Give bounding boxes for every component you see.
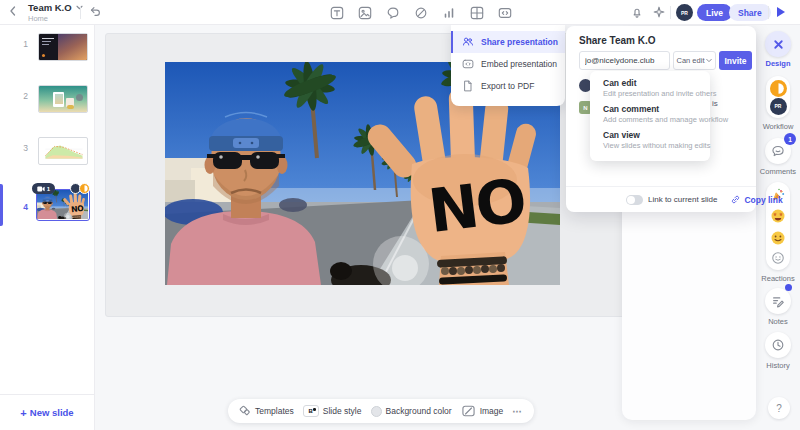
insert-toolbar <box>328 4 513 21</box>
help-button[interactable]: ? <box>768 397 790 419</box>
plus-icon: + <box>20 407 26 419</box>
image-icon <box>358 6 372 20</box>
permission-option-can-view[interactable]: Can view View slides without making edit… <box>603 130 710 150</box>
slide-selection-indicator <box>0 184 3 226</box>
photo-mini <box>37 190 88 219</box>
invite-email-input[interactable] <box>579 51 670 70</box>
workflow-button[interactable]: PR <box>766 76 790 118</box>
templates-button[interactable]: Templates <box>239 405 294 417</box>
comments-count-badge: 1 <box>784 133 796 145</box>
menu-item-embed-presentation[interactable]: Embed presentation <box>451 53 565 75</box>
permission-option-can-edit[interactable]: Can edit Edit presentation and invite ot… <box>603 78 710 98</box>
reactions-label: Reactions <box>756 274 800 283</box>
embed-icon <box>462 58 474 70</box>
notes-icon <box>771 294 785 308</box>
slide-style-swatch: B <box>303 405 319 417</box>
workflow-label: Workflow <box>756 122 800 131</box>
sparkle-icon <box>652 5 666 19</box>
slide-status-badge[interactable] <box>68 183 92 194</box>
notes-label: Notes <box>756 317 800 326</box>
invite-button[interactable]: Invite <box>719 51 752 70</box>
comments-label: Comments <box>756 167 800 176</box>
camera-icon <box>37 186 45 192</box>
top-bar: Team K.O Home <box>0 0 800 25</box>
add-reaction-icon <box>771 251 785 265</box>
slide-number: 4 <box>12 202 28 212</box>
permission-select[interactable]: Can edit <box>673 51 716 70</box>
background-color-swatch <box>371 406 382 417</box>
shape-tool-button[interactable] <box>412 4 429 21</box>
image-frame-icon <box>461 405 476 417</box>
share-dropdown-menu: Share presentation Embed presentation Ex… <box>451 25 565 106</box>
new-slide-button[interactable]: + New slide <box>0 394 94 430</box>
image-tool-button[interactable] <box>356 4 373 21</box>
slide-number: 2 <box>12 91 28 101</box>
sticker-tool-button[interactable] <box>384 4 401 21</box>
menu-item-export-pdf[interactable]: Export to PDF <box>451 75 565 97</box>
divider <box>80 6 81 19</box>
back-button[interactable] <box>9 6 17 16</box>
background-color-button[interactable]: Background color <box>371 406 452 417</box>
workflow-avatar: PR <box>770 98 787 115</box>
copy-link-button[interactable]: Copy link <box>730 194 782 205</box>
history-label: History <box>756 361 800 370</box>
smiley-emoji <box>770 230 786 246</box>
embed-icon <box>498 6 512 20</box>
comment-bubble-icon <box>771 144 785 158</box>
slide-number: 1 <box>12 39 28 49</box>
slide-thumbnail-2[interactable] <box>38 85 88 113</box>
link-to-slide-toggle[interactable] <box>626 195 643 205</box>
share-button[interactable]: Share <box>729 4 771 21</box>
present-play-button[interactable] <box>777 7 785 17</box>
link-toggle-label: Link to current slide <box>648 195 717 204</box>
text-tool-button[interactable] <box>328 4 345 21</box>
bell-icon <box>630 5 644 19</box>
history-clock-icon <box>771 338 785 352</box>
document-title-block[interactable]: Team K.O Home <box>28 3 83 22</box>
share-modal-title: Share Team K.O <box>579 35 656 46</box>
more-options-button[interactable]: ⋯ <box>512 406 523 417</box>
slide-style-toolbar: Templates B Slide style Background color… <box>228 399 534 423</box>
permission-dropdown: Can edit Edit presentation and invite ot… <box>590 71 710 161</box>
undo-button[interactable] <box>88 4 102 18</box>
mini-area-chart <box>39 138 87 164</box>
embed-tool-button[interactable] <box>496 4 513 21</box>
slide-number: 3 <box>12 143 28 153</box>
live-button[interactable]: Live <box>697 4 732 21</box>
people-icon <box>462 36 474 48</box>
slide-style-button[interactable]: B Slide style <box>303 405 362 417</box>
divider <box>670 6 671 19</box>
share-modal-footer: Link to current slide Copy link <box>566 186 756 212</box>
slide-thumbnail-1[interactable] <box>38 33 88 61</box>
document-icon <box>462 80 474 92</box>
chart-icon <box>442 6 456 20</box>
user-avatar[interactable]: PR <box>676 4 693 21</box>
table-tool-button[interactable] <box>468 4 485 21</box>
text-icon <box>330 6 344 20</box>
slide-comment-badge[interactable]: 1 <box>32 183 55 194</box>
menu-item-share-presentation[interactable]: Share presentation <box>451 31 565 53</box>
divider <box>768 6 769 19</box>
star-struck-emoji <box>770 208 786 224</box>
document-title: Team K.O <box>28 3 72 13</box>
permission-option-can-comment[interactable]: Can comment Add comments and manage work… <box>603 104 710 124</box>
shape-icon <box>414 6 428 20</box>
assistant-button[interactable] <box>652 5 666 19</box>
slide-thumbnail-3[interactable] <box>38 137 88 165</box>
image-button[interactable]: Image <box>461 405 504 417</box>
design-label: Design <box>756 59 800 68</box>
undo-icon <box>88 4 102 18</box>
notifications-button[interactable] <box>630 5 644 19</box>
chevron-down-icon <box>706 58 712 63</box>
sticker-icon <box>386 6 400 20</box>
notes-badge-dot <box>785 284 792 291</box>
design-button[interactable] <box>765 31 791 57</box>
history-button[interactable] <box>765 332 791 358</box>
notes-button[interactable] <box>765 288 791 314</box>
chart-tool-button[interactable] <box>440 4 457 21</box>
workflow-status-icon <box>770 80 787 97</box>
design-tools-icon <box>772 38 785 51</box>
slides-sidebar: 1 2 3 4 1 <box>0 25 95 430</box>
table-icon <box>470 6 484 20</box>
link-icon <box>730 194 741 205</box>
